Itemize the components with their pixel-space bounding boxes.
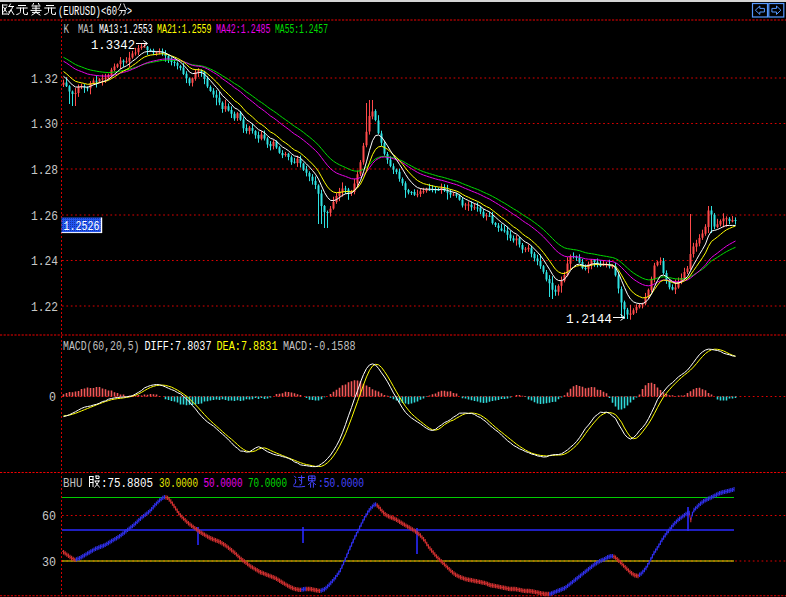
svg-text:1.32: 1.32 — [31, 73, 58, 87]
svg-text:70.0000: 70.0000 — [248, 477, 287, 491]
svg-text:1.28: 1.28 — [31, 164, 58, 178]
svg-text:1.3342: 1.3342 — [91, 38, 135, 53]
svg-text:DEA:7.8831: DEA:7.8831 — [217, 340, 278, 354]
svg-text:MA13:1.2553: MA13:1.2553 — [99, 23, 153, 37]
svg-text::50.0000: :50.0000 — [318, 477, 364, 491]
svg-text:1.26: 1.26 — [31, 210, 58, 224]
svg-text:30.0000: 30.0000 — [159, 477, 198, 491]
svg-text:1.22: 1.22 — [31, 301, 58, 315]
svg-text:0: 0 — [49, 391, 56, 405]
svg-text:MACD(60,20,5): MACD(60,20,5) — [63, 340, 140, 354]
svg-text:1.2526: 1.2526 — [64, 220, 100, 234]
svg-text:30: 30 — [42, 556, 56, 570]
svg-text:1.30: 1.30 — [31, 118, 58, 132]
svg-text:K: K — [64, 23, 70, 37]
svg-text:MA21:1.2559: MA21:1.2559 — [157, 23, 212, 37]
svg-text:MA1: MA1 — [78, 23, 94, 37]
svg-text:MACD:-0.1588: MACD:-0.1588 — [283, 340, 356, 354]
svg-text:1.2144: 1.2144 — [566, 312, 612, 327]
svg-text:50.0000: 50.0000 — [204, 477, 243, 491]
svg-text:MA42:1.2485: MA42:1.2485 — [216, 23, 271, 37]
svg-text:1.24: 1.24 — [31, 255, 58, 269]
svg-text:DIFF:7.8037: DIFF:7.8037 — [145, 340, 212, 354]
svg-text:MA55:1.2457: MA55:1.2457 — [275, 23, 328, 37]
svg-text:60: 60 — [42, 510, 56, 524]
svg-text:(EURUSD)<60: (EURUSD)<60 — [58, 5, 117, 19]
svg-text::75.8805: :75.8805 — [101, 477, 153, 491]
svg-text:>: > — [127, 5, 132, 19]
svg-text:BHU: BHU — [63, 477, 83, 491]
